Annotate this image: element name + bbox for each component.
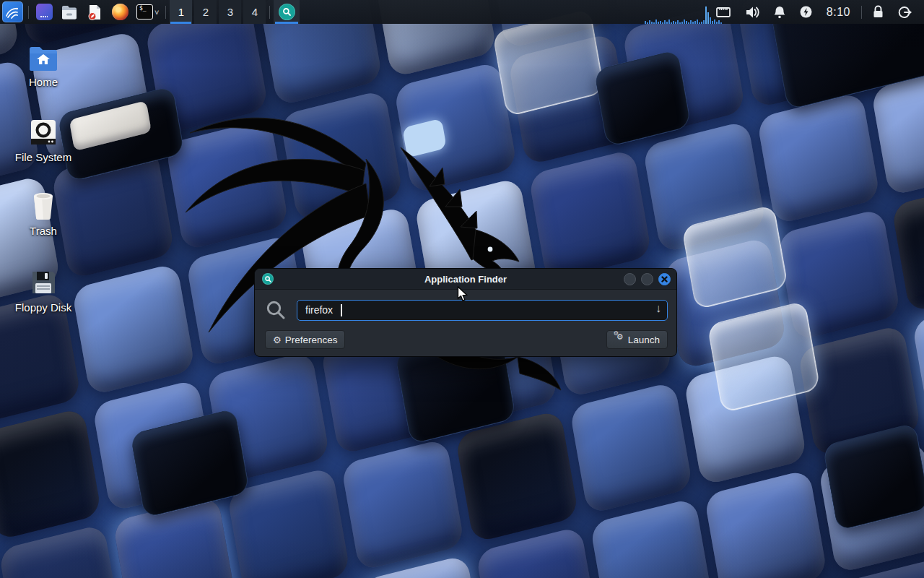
app-launchers: $_ ˅ bbox=[32, 4, 162, 21]
application-finder-window: Application Finder ↓ ⚙ Pr bbox=[254, 268, 677, 357]
taskbar-application-finder-button[interactable] bbox=[274, 0, 300, 24]
desktop-icon-file-system[interactable]: File System bbox=[9, 116, 78, 163]
workspace-3-button[interactable]: 3 bbox=[219, 0, 241, 24]
hard-drive-icon bbox=[30, 116, 57, 146]
workspace-switcher: 1 2 3 4 bbox=[170, 0, 266, 24]
chevron-down-icon[interactable]: ˅ bbox=[154, 8, 159, 17]
panel-separator bbox=[165, 6, 166, 19]
text-editor-icon bbox=[86, 4, 103, 21]
window-title: Application Finder bbox=[255, 274, 676, 285]
clock[interactable]: 8:10 bbox=[819, 6, 858, 19]
launch-button-label: Launch bbox=[628, 335, 660, 345]
power-manager-icon[interactable] bbox=[793, 0, 819, 24]
close-button[interactable] bbox=[658, 273, 671, 285]
home-folder-icon bbox=[28, 40, 58, 71]
system-tray: 8:10 bbox=[709, 0, 924, 24]
search-input[interactable] bbox=[297, 300, 668, 321]
desktop-icon-label: Home bbox=[29, 76, 58, 88]
volume-icon[interactable] bbox=[738, 0, 767, 24]
maximize-button[interactable] bbox=[641, 273, 653, 285]
mouse-cursor bbox=[457, 286, 468, 302]
network-icon[interactable] bbox=[709, 0, 738, 24]
text-caret bbox=[341, 304, 342, 316]
lock-screen-icon[interactable] bbox=[866, 0, 891, 24]
terminal-app-launcher[interactable] bbox=[35, 4, 53, 21]
firefox-launcher[interactable] bbox=[111, 4, 128, 21]
desktop-icon-label: Floppy Disk bbox=[15, 301, 71, 314]
application-finder-icon bbox=[279, 4, 295, 20]
gear-icon: ⚙ bbox=[273, 335, 282, 345]
panel-separator bbox=[861, 6, 862, 19]
terminal-icon: $_ bbox=[136, 4, 153, 20]
minimize-button[interactable] bbox=[624, 273, 636, 285]
folder-icon bbox=[61, 4, 78, 21]
preferences-button-label: Preferences bbox=[285, 335, 338, 345]
kali-menu-icon bbox=[2, 1, 23, 22]
trash-bin-icon bbox=[30, 189, 56, 220]
panel-separator bbox=[28, 6, 29, 19]
notification-bell-icon[interactable] bbox=[767, 0, 793, 24]
top-panel: $_ ˅ 1 2 3 4 bbox=[0, 0, 924, 24]
file-manager-launcher[interactable] bbox=[61, 4, 78, 21]
desktop-icon-floppy-disk[interactable]: Floppy Disk bbox=[9, 266, 78, 314]
desktop-icon-label: Trash bbox=[30, 225, 57, 237]
launch-run-icon: ⚙⚙ bbox=[614, 335, 624, 345]
preferences-button[interactable]: ⚙ Preferences bbox=[265, 330, 345, 349]
applications-menu-button[interactable] bbox=[0, 0, 25, 24]
window-app-icon bbox=[36, 4, 53, 20]
workspace-4-button[interactable]: 4 bbox=[243, 0, 266, 24]
terminal-emulator-launcher[interactable]: $_ ˅ bbox=[136, 4, 159, 21]
search-icon bbox=[265, 299, 287, 321]
logout-icon[interactable] bbox=[891, 0, 918, 24]
floppy-disk-icon bbox=[30, 266, 57, 296]
close-icon bbox=[661, 276, 668, 282]
firefox-icon bbox=[112, 4, 128, 20]
window-controls bbox=[624, 273, 671, 285]
workspace-2-button[interactable]: 2 bbox=[194, 0, 217, 24]
desktop-icon-home[interactable]: Home bbox=[9, 40, 78, 88]
panel-separator bbox=[269, 6, 270, 19]
launch-button[interactable]: ⚙⚙ Launch bbox=[606, 330, 668, 349]
workspace-1-button[interactable]: 1 bbox=[170, 0, 192, 24]
desktop-icon-trash[interactable]: Trash bbox=[9, 189, 78, 237]
desktop-icon-label: File System bbox=[15, 151, 71, 163]
dropdown-arrow-icon[interactable]: ↓ bbox=[655, 302, 661, 315]
text-editor-launcher[interactable] bbox=[86, 4, 103, 21]
